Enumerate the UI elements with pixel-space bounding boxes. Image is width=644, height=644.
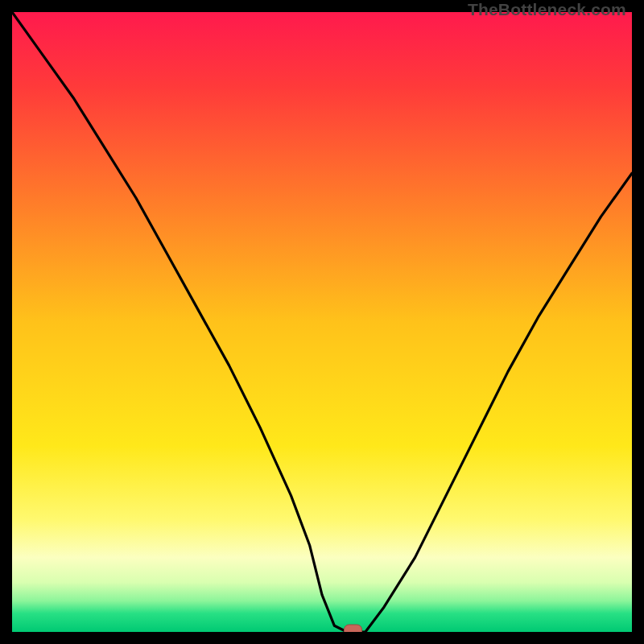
watermark-text: TheBottleneck.com bbox=[468, 0, 626, 19]
optimal-marker bbox=[345, 625, 362, 632]
bottleneck-chart bbox=[12, 12, 632, 632]
chart-background bbox=[12, 12, 632, 632]
